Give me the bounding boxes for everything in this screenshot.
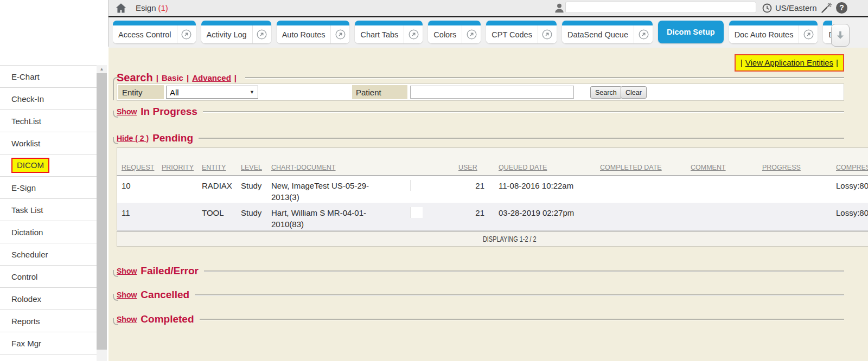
tab-dicom-setup[interactable]: Dicom Setup <box>658 21 724 43</box>
search-button[interactable]: Search <box>590 86 622 99</box>
table-footer-row: DISPLAYING 1-2 / 2 <box>117 231 868 247</box>
sidebar-item-task-list[interactable]: Task List <box>0 199 97 221</box>
sidebar-item-e-chart[interactable]: E-Chart <box>0 66 97 88</box>
section-title: In Progress <box>141 106 197 118</box>
sidebar-item-rolodex[interactable]: Rolodex <box>0 288 97 310</box>
tab-auto-routes[interactable]: Auto Routes <box>277 21 350 43</box>
tab-access-control[interactable]: Access Control <box>113 21 196 43</box>
cell-comment <box>669 203 742 231</box>
cell-spacer <box>384 176 454 203</box>
popout-icon[interactable] <box>462 25 481 43</box>
show-cancelled-link[interactable]: Show <box>117 291 137 299</box>
section-title: Pending <box>152 132 193 144</box>
sidebar-item-dictation[interactable]: Dictation <box>0 221 97 243</box>
tab-accent-bar <box>277 21 350 25</box>
clock-icon[interactable] <box>762 3 773 14</box>
column-header-level[interactable]: LEVEL <box>237 148 267 176</box>
hide-pending-link[interactable]: Hide ( 2 ) <box>117 134 149 143</box>
cell-comment <box>669 176 742 203</box>
home-icon[interactable] <box>115 3 127 14</box>
cell-level: Study <box>237 203 267 231</box>
column-header-queued_date[interactable]: QUEUED DATE <box>487 148 578 176</box>
popout-icon[interactable] <box>799 25 818 43</box>
divider <box>199 138 844 139</box>
divider <box>204 270 844 272</box>
sidebar-item-techlist[interactable]: TechList <box>0 110 97 132</box>
column-header-entity[interactable]: ENTITY <box>197 148 237 176</box>
popout-icon[interactable] <box>404 25 423 43</box>
sidebar-item-e-sign[interactable]: E-Sign <box>0 177 97 199</box>
tab-colors[interactable]: Colors <box>428 21 481 43</box>
scrollbar-up-icon[interactable]: ▲ <box>97 65 107 73</box>
tab-chart-tabs[interactable]: Chart Tabs <box>355 21 423 43</box>
column-header-user[interactable]: USER <box>454 148 487 176</box>
global-search-input[interactable] <box>565 2 756 13</box>
help-icon[interactable]: ? <box>836 2 847 14</box>
popout-icon[interactable] <box>330 25 349 43</box>
sidebar-item-check-in[interactable]: Check-In <box>0 88 97 110</box>
search-header: Search | Basic | Advanced | <box>117 72 844 83</box>
tab-datasend-queue[interactable]: DataSend Queue <box>562 21 653 43</box>
sidebar-item-scheduler[interactable]: Scheduler <box>0 243 97 266</box>
tab-cpt-codes[interactable]: CPT Codes <box>486 21 557 43</box>
tab-doc-auto-routes[interactable]: Doc Auto Routes <box>729 21 818 43</box>
sidebar-item-label: E-Chart <box>11 72 40 81</box>
tab-accent-bar <box>355 21 423 25</box>
table-header-row: REQUESTPRIORITYENTITYLEVELCHART-DOCUMENT… <box>117 148 868 176</box>
patient-input[interactable] <box>410 86 574 99</box>
popout-icon[interactable] <box>177 25 196 43</box>
sidebar-item-label: TechList <box>11 117 41 126</box>
entity-select[interactable]: All ▼ <box>166 86 258 99</box>
pipe: | <box>741 58 743 67</box>
divider <box>203 111 844 112</box>
tab-accent-bar <box>823 21 832 25</box>
tab-accent-bar <box>428 21 481 25</box>
view-application-entities-link[interactable]: |View Application Entities| <box>735 54 844 72</box>
cell-completed_date <box>578 203 669 231</box>
sidebar-scrollbar[interactable]: ▲ <box>97 65 107 361</box>
scrollbar-thumb[interactable] <box>97 73 107 350</box>
sidebar-item-worklist[interactable]: Worklist <box>0 132 97 154</box>
tab-strip: Access ControlActivity LogAuto RoutesCha… <box>113 21 832 46</box>
section-failed-error: Show Failed/Error <box>117 265 844 278</box>
section-title: Cancelled <box>141 289 189 301</box>
search-mode-advanced[interactable]: Advanced <box>192 73 231 82</box>
entity-field-label: Entity <box>118 85 164 99</box>
clear-button[interactable]: Clear <box>621 86 647 99</box>
sidebar-item-label: Worklist <box>11 139 40 148</box>
sidebar-item-reports[interactable]: Reports <box>0 310 97 332</box>
popout-icon[interactable] <box>634 25 653 43</box>
popout-icon[interactable] <box>252 25 271 43</box>
column-header-request[interactable]: REQUEST <box>117 148 158 176</box>
chevron-down-icon: ▼ <box>250 89 254 95</box>
tab-overflow-down-button[interactable] <box>831 24 850 47</box>
sidebar-item-fax-mgr[interactable]: Fax Mgr <box>0 332 97 354</box>
column-header-progress[interactable]: PROGRESS <box>742 148 813 176</box>
table-row: 11TOOLStudyHart, William S MR-04-01-2010… <box>117 203 868 231</box>
section-completed: Show Completed <box>117 313 844 326</box>
show-completed-link[interactable]: Show <box>117 315 137 324</box>
show-in-progress-link[interactable]: Show <box>117 107 137 116</box>
cell-level: Study <box>237 176 267 203</box>
search-mode-basic[interactable]: Basic <box>162 73 183 82</box>
column-header-chart_document[interactable]: CHART-DOCUMENT <box>267 148 384 176</box>
view-application-entities-text[interactable]: View Application Entities <box>745 58 833 67</box>
cell-compression: Lossy:80 <box>813 203 868 231</box>
column-header-compression[interactable]: COMPRESSION <box>813 148 868 176</box>
user-icon <box>553 2 565 14</box>
column-header-priority[interactable]: PRIORITY <box>157 148 197 176</box>
magic-wand-icon[interactable] <box>820 2 832 14</box>
tab-label: Dicom Setup <box>658 28 724 36</box>
show-failed-link[interactable]: Show <box>117 267 137 275</box>
tab-activity-log[interactable]: Activity Log <box>201 21 271 43</box>
sidebar-item-control[interactable]: Control <box>0 266 97 288</box>
cell-entity: TOOL <box>197 203 237 231</box>
popout-icon[interactable] <box>538 25 557 43</box>
divider <box>195 294 844 295</box>
cell-priority <box>157 176 197 203</box>
column-header-completed_date[interactable]: COMPLETED DATE <box>578 148 669 176</box>
column-header-comment[interactable]: COMMENT <box>669 148 742 176</box>
sidebar-item-dicom[interactable]: DICOM <box>0 154 97 177</box>
sidebar-item-label: Dictation <box>11 228 43 237</box>
search-section: Search | Basic | Advanced | Entity All ▼… <box>117 72 844 100</box>
